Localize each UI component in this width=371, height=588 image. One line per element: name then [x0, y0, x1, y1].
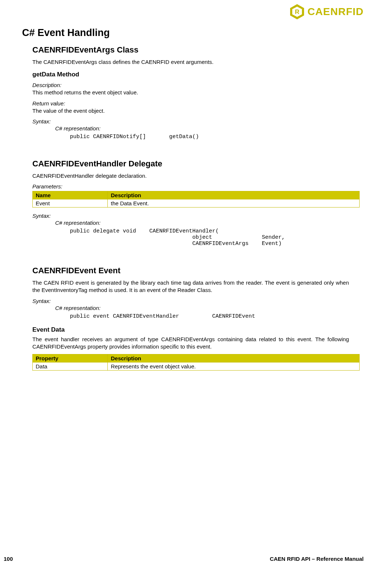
page-number: 100	[4, 556, 13, 562]
parameters-label: Parameters:	[32, 183, 349, 190]
th-property: Property	[33, 354, 108, 362]
td-description: Represents the event object value.	[108, 362, 360, 371]
code-getdata: public CAENRFIDNotify[] getData()	[70, 134, 349, 140]
eventdata-table: Property Description Data Represents the…	[32, 354, 360, 371]
section-heading-eventargs: CAENRFIDEventArgs Class	[32, 45, 349, 55]
description-text: This method returns the event object val…	[32, 89, 349, 96]
brand-text: CAENRFID	[307, 6, 364, 18]
th-name: Name	[33, 191, 108, 199]
svg-text:R: R	[295, 8, 299, 15]
code-event: public event CAENRFIDEventHandler CAENRF…	[70, 313, 349, 320]
csharp-rep-label: C# representation:	[55, 220, 349, 226]
page-title: C# Event Handling	[22, 27, 349, 39]
eventhandler-intro: CAENRFIDEventHandler delegate declaratio…	[32, 172, 349, 180]
table-header-row: Property Description	[33, 354, 360, 362]
event-intro: The CAEN RFID event is generated by the …	[32, 279, 349, 294]
footer-title: CAEN RFID API – Reference Manual	[270, 556, 364, 562]
section-heading-eventhandler: CAENRFIDEventHandler Delegate	[32, 159, 349, 169]
syntax-label: Syntax:	[32, 213, 349, 219]
hexagon-r-icon: R	[289, 4, 305, 20]
description-label: Description:	[32, 82, 349, 88]
table-row: Data Represents the event object value.	[33, 362, 360, 371]
csharp-rep-label: C# representation:	[55, 125, 349, 131]
method-heading-getdata: getData Method	[32, 71, 349, 78]
eventargs-intro: The CAENRFIDEventArgs class defines the …	[32, 58, 349, 66]
th-description: Description	[108, 191, 360, 199]
syntax-label: Syntax:	[32, 298, 349, 304]
return-label: Return value:	[32, 100, 349, 107]
section-heading-event: CAENRFIDEvent Event	[32, 266, 349, 275]
table-header-row: Name Description	[33, 191, 360, 199]
th-description: Description	[108, 354, 360, 362]
page-footer: 100 CAEN RFID API – Reference Manual	[0, 556, 371, 562]
td-name: Event	[33, 199, 108, 208]
return-text: The value of the event object.	[32, 107, 349, 115]
code-eventhandler: public delegate void CAENRFIDEventHandle…	[70, 228, 349, 247]
eventdata-heading: Event Data	[32, 326, 349, 333]
eventdata-text: The event handler receives an argument o…	[32, 336, 349, 351]
td-description: the Data Event.	[108, 199, 360, 208]
brand-logo: R CAENRFID	[22, 4, 364, 20]
parameters-table: Name Description Event the Data Event.	[32, 191, 360, 208]
table-row: Event the Data Event.	[33, 199, 360, 208]
syntax-label: Syntax:	[32, 118, 349, 125]
csharp-rep-label: C# representation:	[55, 305, 349, 311]
td-property: Data	[33, 362, 108, 371]
